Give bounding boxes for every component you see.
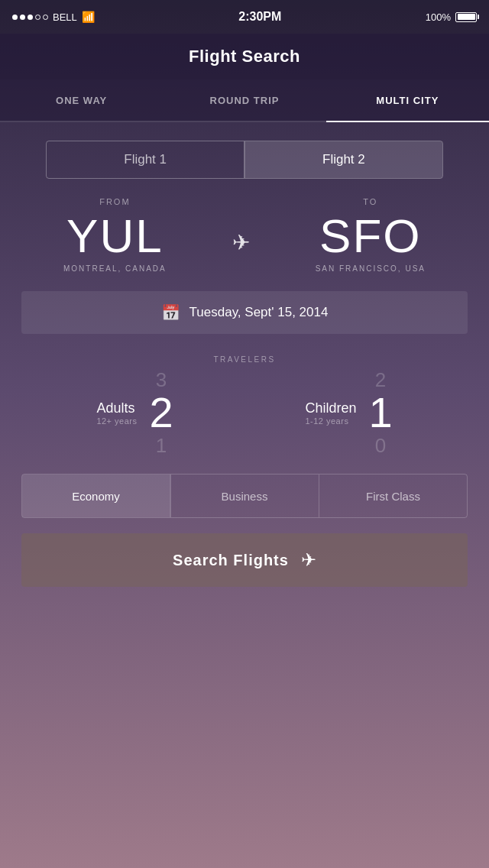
from-airport[interactable]: FROM YUL MONTREAL, CANADA — [63, 197, 167, 273]
from-code: YUL — [63, 212, 167, 260]
search-flights-label: Search Flights — [173, 552, 289, 569]
route-section: FROM YUL MONTREAL, CANADA ✈ TO SFO SAN F… — [0, 179, 489, 285]
wifi-icon: 📶 — [82, 11, 95, 23]
children-label: Children — [305, 400, 356, 416]
to-airport[interactable]: TO SFO SAN FRANCISCO, USA — [316, 197, 426, 273]
battery-fill — [458, 14, 475, 20]
battery-percent: 100% — [426, 11, 451, 23]
to-city: SAN FRANCISCO, USA — [316, 264, 426, 273]
status-left: BELL 📶 — [12, 11, 95, 23]
calendar-icon: 📅 — [161, 303, 180, 322]
travelers-section: TRAVELERS Adults 12+ years 3 2 1 Childre… — [0, 340, 489, 455]
flight-2-button[interactable]: Flight 2 — [245, 141, 442, 178]
tab-one-way[interactable]: ONE WAY — [0, 79, 163, 122]
carrier-label: BELL — [53, 11, 77, 23]
status-right: 100% — [426, 11, 477, 23]
children-group: Children 1-12 years 2 1 0 — [305, 370, 392, 455]
signal-dot-3 — [28, 15, 33, 20]
signal-dot-5 — [43, 15, 48, 20]
business-button[interactable]: Business — [171, 474, 319, 517]
signal-dot-4 — [35, 15, 40, 20]
search-flights-button[interactable]: Search Flights ✈ — [21, 533, 468, 587]
children-count: 1 — [368, 391, 392, 434]
battery-body — [455, 12, 477, 22]
to-label: TO — [316, 197, 426, 206]
search-plane-icon: ✈ — [301, 549, 316, 571]
children-prev[interactable]: 0 — [375, 436, 386, 455]
trip-type-tabs: ONE WAY ROUND TRIP MULTI CITY — [0, 79, 489, 122]
first-class-button[interactable]: First Class — [319, 474, 467, 517]
adults-group: Adults 12+ years 3 2 1 — [96, 370, 173, 455]
adults-info: Adults 12+ years — [96, 400, 137, 426]
selected-date: Tuesday, Sept' 15, 2014 — [189, 305, 329, 320]
date-picker[interactable]: 📅 Tuesday, Sept' 15, 2014 — [21, 291, 468, 334]
children-next[interactable]: 2 — [375, 370, 386, 390]
economy-button[interactable]: Economy — [22, 474, 170, 517]
adults-count: 2 — [150, 391, 173, 434]
class-selector: Economy Business First Class — [21, 474, 468, 518]
from-city: MONTREAL, CANADA — [63, 264, 167, 273]
tab-multi-city[interactable]: MULTI CITY — [326, 79, 489, 122]
travelers-label: TRAVELERS — [31, 355, 458, 364]
tab-round-trip[interactable]: ROUND TRIP — [163, 79, 325, 122]
to-code: SFO — [316, 212, 426, 260]
adults-next[interactable]: 3 — [156, 370, 167, 390]
signal-dot-2 — [20, 15, 25, 20]
adults-age: 12+ years — [96, 416, 137, 426]
signal-dot-1 — [12, 15, 18, 20]
adults-label: Adults — [96, 400, 137, 416]
children-age: 1-12 years — [305, 416, 356, 426]
adults-prev[interactable]: 1 — [156, 436, 167, 455]
status-time: 2:30PM — [238, 10, 281, 24]
page-title: Flight Search — [189, 47, 300, 66]
plane-icon: ✈ — [232, 230, 250, 255]
header: Flight Search — [0, 34, 489, 79]
children-counter: 2 1 0 — [368, 370, 392, 455]
children-info: Children 1-12 years — [305, 400, 356, 426]
travelers-row: Adults 12+ years 3 2 1 Children 1-12 yea… — [31, 370, 458, 455]
adults-counter: 3 2 1 — [150, 370, 173, 455]
signal-strength — [12, 15, 48, 20]
battery-icon — [455, 12, 477, 22]
flight-1-button[interactable]: Flight 1 — [47, 141, 244, 178]
status-bar: BELL 📶 2:30PM 100% — [0, 0, 489, 34]
from-label: FROM — [63, 197, 167, 206]
flight-selector: Flight 1 Flight 2 — [46, 141, 443, 179]
